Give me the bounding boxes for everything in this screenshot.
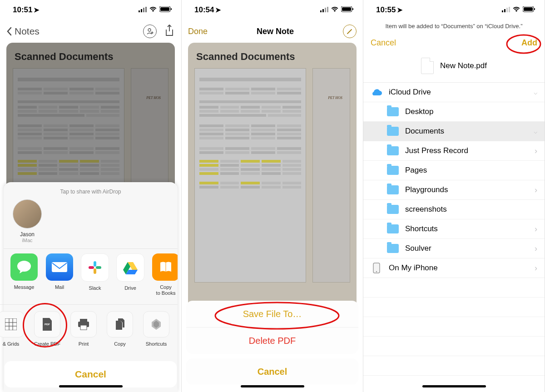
cancel-button[interactable]: Cancel	[186, 358, 358, 385]
folder-just-press-record[interactable]: Just Press Record ›	[363, 141, 545, 161]
markup-icon[interactable]	[343, 25, 357, 38]
save-file-to-button[interactable]: Save File To…	[186, 301, 358, 327]
done-button[interactable]: Done	[188, 27, 208, 36]
print-icon	[70, 311, 97, 337]
file-icon	[421, 58, 434, 74]
app-label: Mail	[55, 284, 64, 290]
pdf-icon: PDF	[34, 311, 60, 337]
svg-point-9	[17, 261, 31, 272]
action-label: Copy	[114, 341, 126, 347]
svg-rect-11	[94, 261, 96, 267]
folder-icon	[387, 244, 399, 253]
action-grids[interactable]: & Grids	[0, 311, 29, 347]
action-label: Create PDF	[34, 341, 60, 347]
message-icon	[10, 253, 38, 281]
home-indicator	[422, 385, 486, 387]
folder-pages[interactable]: Pages	[363, 161, 545, 180]
chevron-right-icon: ›	[535, 244, 537, 253]
action-copy[interactable]: Copy	[102, 311, 138, 347]
svg-rect-35	[504, 9, 505, 12]
location-label: On My iPhone	[389, 263, 438, 273]
svg-rect-29	[327, 7, 328, 12]
panel-3-files-picker: 10:55➤ Item will be added to “Documents”…	[363, 0, 545, 392]
folder-playgrounds[interactable]: Playgrounds ›	[363, 180, 545, 200]
share-app-message[interactable]: Message	[6, 253, 42, 296]
add-button[interactable]: Add	[521, 38, 537, 48]
share-sheet: Tap to share with AirDrop Jason iMac Mes…	[4, 182, 178, 392]
collaborate-icon[interactable]	[143, 25, 157, 38]
location-label: Desktop	[405, 107, 433, 116]
svg-rect-31	[342, 7, 351, 11]
location-label: Documents	[405, 127, 444, 136]
cancel-button[interactable]: Cancel	[371, 38, 396, 48]
battery-icon	[341, 5, 354, 15]
folder-shortcuts[interactable]: Shortcuts ›	[363, 219, 545, 239]
note-title: Scanned Documents	[15, 51, 168, 63]
folder-icon	[387, 146, 399, 155]
info-line: Item will be added to “Documents” on “iC…	[363, 20, 545, 34]
scanned-pages[interactable]: PET HOS	[194, 68, 350, 283]
home-indicator	[241, 385, 304, 387]
drive-icon	[116, 253, 144, 282]
cancel-button[interactable]: Cancel	[5, 361, 177, 387]
svg-rect-40	[534, 8, 535, 10]
app-label: Message	[14, 284, 35, 290]
battery-icon	[523, 5, 535, 15]
svg-rect-34	[502, 10, 503, 12]
location-icloud-drive[interactable]: iCloud Drive ⌵	[363, 83, 545, 102]
signal-icon	[502, 5, 510, 15]
location-label: iCloud Drive	[389, 88, 431, 97]
chevron-right-icon: ›	[535, 263, 537, 273]
airdrop-target[interactable]: Jason iMac	[9, 199, 45, 243]
share-apps-row[interactable]: Message Mail Slack Drive Copy to Books	[4, 248, 178, 304]
share-app-slack[interactable]: Slack	[77, 253, 113, 296]
chevron-down-icon: ⌵	[534, 128, 537, 135]
location-label: Just Press Record	[405, 146, 468, 155]
wifi-icon	[331, 5, 339, 15]
grid-icon	[0, 311, 24, 337]
location-on-my-iphone[interactable]: On My iPhone ›	[363, 258, 545, 278]
svg-rect-24	[80, 325, 87, 330]
folder-icon	[387, 127, 399, 136]
action-save[interactable]: Save	[174, 311, 178, 347]
folder-soulver[interactable]: Soulver ›	[363, 239, 545, 258]
folder-desktop[interactable]: Desktop	[363, 102, 545, 122]
share-icon[interactable]	[164, 24, 175, 39]
delete-pdf-button[interactable]: Delete PDF	[186, 327, 358, 354]
location-label: Pages	[405, 166, 427, 175]
copy-icon	[107, 311, 133, 337]
app-label: Slack	[89, 285, 101, 291]
folder-documents[interactable]: Documents ⌵	[363, 122, 545, 141]
status-time: 10:55	[376, 5, 396, 14]
airdrop-hint: Tap to share with AirDrop	[4, 189, 178, 195]
share-app-drive[interactable]: Drive	[113, 253, 148, 296]
action-shortcuts[interactable]: Shortcuts	[138, 311, 174, 347]
wifi-icon	[512, 5, 520, 15]
airdrop-avatar	[13, 199, 42, 228]
status-icons	[139, 5, 172, 15]
airdrop-device: iMac	[22, 238, 32, 243]
status-icons	[320, 5, 354, 15]
svg-rect-32	[352, 8, 353, 10]
battery-icon	[159, 5, 172, 15]
back-label: Notes	[15, 26, 40, 37]
folder-screenshots[interactable]: screenshots	[363, 200, 545, 219]
share-app-mail[interactable]: Mail	[42, 253, 77, 296]
scanned-page-2: PET HOS	[312, 68, 350, 283]
shortcuts-icon	[143, 311, 169, 337]
action-print[interactable]: Print	[65, 311, 102, 347]
svg-rect-6	[171, 8, 172, 10]
page-title: New Note	[257, 27, 294, 36]
app-label: Copy to Books	[156, 284, 176, 296]
home-indicator	[59, 385, 123, 387]
pet-hospital-logo: PET HOS	[324, 96, 346, 100]
nav-bar: Done New Note	[182, 20, 363, 43]
status-bar: 10:51➤	[0, 0, 181, 20]
panel-2-action-sheet: 10:54➤ Done New Note Scanned Documents	[182, 0, 363, 392]
svg-rect-37	[509, 7, 510, 12]
back-button[interactable]: Notes	[6, 26, 40, 37]
share-app-books[interactable]: Copy to Books	[148, 253, 178, 296]
share-actions-row[interactable]: & Grids PDF Create PDF Print Copy Shortc…	[0, 304, 178, 356]
nav-bar: Notes	[0, 20, 181, 43]
action-create-pdf[interactable]: PDF Create PDF	[29, 311, 65, 347]
